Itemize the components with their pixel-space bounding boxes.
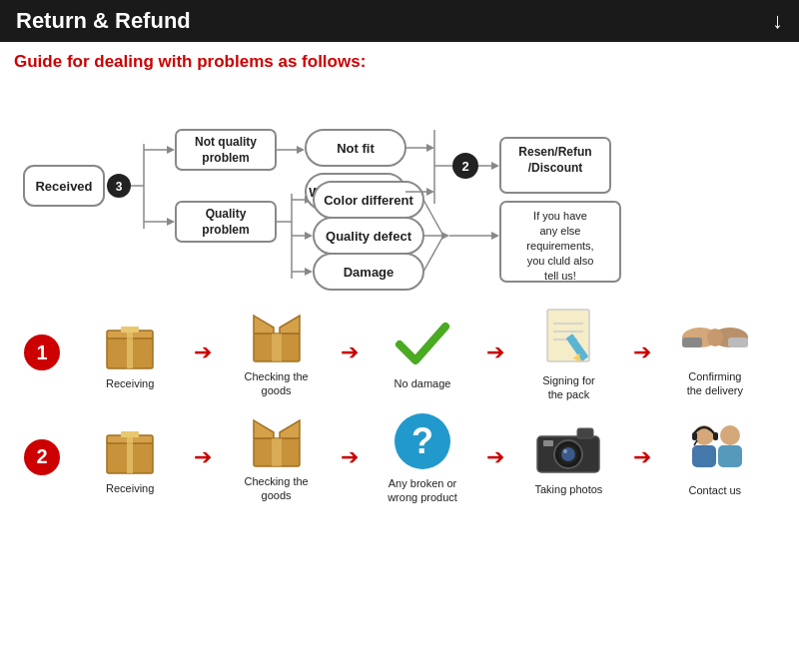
step-label-receiving-2: Receiving (106, 481, 154, 495)
svg-marker-23 (305, 232, 313, 240)
svg-line-46 (423, 236, 443, 272)
step-arrow-1d: ➔ (633, 339, 651, 365)
svg-marker-37 (426, 144, 434, 152)
step-label-confirming: Confirmingthe delivery (687, 369, 743, 398)
step-arrow-2a: ➔ (194, 444, 212, 470)
pencil-paper-icon (537, 304, 599, 369)
svg-marker-9 (167, 218, 175, 226)
step-item-nodamage: No damage (363, 315, 482, 390)
svg-text:Quality defect: Quality defect (326, 229, 412, 244)
svg-rect-101 (692, 432, 697, 440)
step-item-contact: Contact us (655, 417, 775, 497)
person-headset-icon (680, 417, 750, 479)
step-arrow-2c: ➔ (486, 444, 504, 470)
svg-point-95 (561, 447, 575, 461)
svg-text:tell us!: tell us! (544, 270, 576, 282)
step-item-signing: Signing forthe pack (508, 304, 628, 402)
step-label-checking-2: Checking thegoods (245, 474, 309, 503)
svg-rect-84 (127, 435, 133, 473)
flowchart-svg: Received 3 Not quality problem Quality p… (14, 84, 793, 294)
svg-marker-25 (305, 268, 313, 276)
svg-rect-105 (718, 445, 742, 467)
svg-point-78 (707, 329, 723, 346)
step-arrow-1b: ➔ (341, 339, 359, 365)
svg-text:Resen/Refun: Resen/Refun (518, 145, 591, 159)
step-arrow-2b: ➔ (341, 444, 359, 470)
svg-point-96 (563, 449, 567, 453)
step-label-nodamage: No damage (395, 376, 451, 390)
svg-rect-88 (272, 438, 282, 466)
box-open-icon-2 (246, 412, 308, 470)
box-open-icon (246, 308, 308, 365)
svg-rect-80 (728, 337, 748, 347)
step-label-broken: Any broken orwrong product (388, 476, 457, 505)
svg-text:Color different: Color different (324, 193, 413, 208)
step-number-2: 2 (24, 439, 60, 475)
svg-rect-102 (713, 432, 718, 440)
svg-marker-87 (280, 420, 300, 438)
svg-text:3: 3 (116, 180, 123, 194)
svg-marker-86 (254, 420, 274, 438)
step-item-checking-1: Checking thegoods (216, 308, 336, 398)
svg-marker-68 (280, 316, 300, 334)
svg-marker-7 (167, 146, 175, 154)
main-content: Guide for dealing with problems as follo… (0, 42, 799, 522)
header-title: Return & Refund (16, 8, 191, 34)
question-mark-icon: ? (392, 410, 453, 472)
svg-rect-100 (692, 445, 716, 467)
step-arrow-1a: ➔ (194, 339, 212, 365)
step-label-camera: Taking photos (534, 482, 602, 496)
handshake-icon (680, 308, 750, 365)
camera-icon (533, 418, 603, 478)
svg-text:/Discount: /Discount (528, 161, 583, 175)
step-label-receiving-1: Receiving (106, 376, 154, 390)
step-arrow-2d: ➔ (633, 444, 651, 470)
step-arrow-1c: ➔ (486, 339, 504, 365)
svg-text:requirements,: requirements, (526, 240, 593, 252)
step-item-receiving-1: Receiving (70, 315, 190, 390)
step-item-receiving-2: Receiving (70, 419, 190, 495)
step-row-2: 2 Receiving ➔ Ch (24, 410, 775, 505)
svg-rect-65 (127, 331, 133, 368)
page-header: Return & Refund ↓ (0, 0, 799, 42)
svg-text:Received: Received (35, 179, 92, 194)
svg-text:?: ? (411, 420, 433, 461)
step-item-confirming: Confirmingthe delivery (655, 308, 775, 398)
svg-marker-50 (491, 162, 499, 170)
svg-text:problem: problem (202, 223, 249, 237)
svg-text:Not fit: Not fit (337, 141, 375, 156)
box-closed-icon (99, 315, 161, 372)
step-label-contact: Contact us (689, 483, 742, 497)
box-closed-icon-2 (99, 419, 161, 477)
svg-line-103 (694, 440, 697, 445)
svg-marker-55 (491, 232, 499, 240)
checkmark-icon (392, 315, 453, 372)
flowchart: Received 3 Not quality problem Quality p… (14, 84, 785, 298)
step-item-checking-2: Checking thegoods (216, 412, 336, 503)
svg-text:Damage: Damage (344, 265, 395, 280)
step-item-camera: Taking photos (508, 418, 628, 496)
svg-text:If you have: If you have (533, 210, 587, 222)
header-arrow: ↓ (772, 8, 783, 34)
svg-line-43 (423, 200, 443, 236)
step-item-broken: ? Any broken orwrong product (363, 410, 482, 505)
svg-point-104 (720, 425, 740, 445)
steps-section: 1 Receiving ➔ (14, 304, 785, 504)
step-row-1: 1 Receiving ➔ (24, 304, 775, 402)
step-label-signing: Signing forthe pack (542, 373, 595, 402)
svg-marker-67 (254, 316, 274, 334)
svg-text:any else: any else (540, 225, 581, 237)
svg-text:Quality: Quality (206, 207, 247, 221)
svg-text:2: 2 (461, 159, 468, 174)
svg-rect-79 (682, 337, 702, 347)
svg-rect-97 (577, 428, 593, 438)
svg-text:Not quality: Not quality (195, 135, 257, 149)
step-label-checking-1: Checking thegoods (245, 369, 309, 398)
guide-title: Guide for dealing with problems as follo… (14, 52, 785, 72)
svg-text:you cluld also: you cluld also (527, 255, 594, 267)
svg-text:problem: problem (202, 151, 249, 165)
step-number-1: 1 (24, 335, 60, 370)
svg-rect-69 (272, 334, 282, 361)
svg-rect-98 (543, 440, 553, 446)
svg-marker-39 (426, 188, 434, 196)
